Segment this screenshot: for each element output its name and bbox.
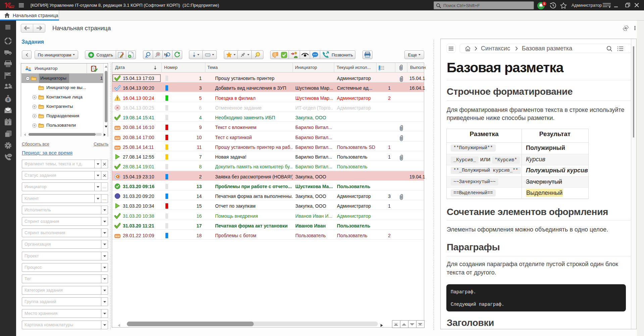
svg-text:7: 7: [7, 121, 9, 125]
svg-text:1: 1: [543, 2, 545, 5]
svg-text:NEW: NEW: [115, 137, 120, 139]
svg-text:NEW: NEW: [115, 127, 120, 129]
svg-text:NEW: NEW: [115, 147, 120, 149]
svg-text:NEW: NEW: [115, 235, 120, 237]
svg-text:$: $: [7, 97, 9, 101]
